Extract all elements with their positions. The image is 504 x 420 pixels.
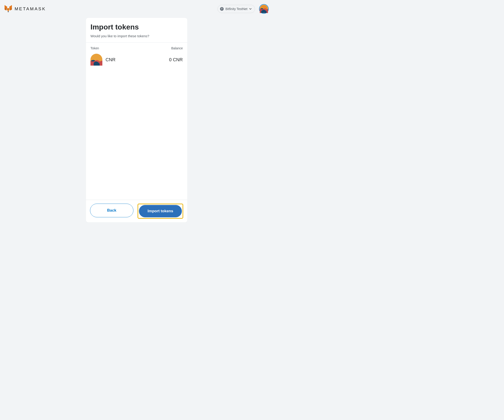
network-selector[interactable]: ? Bitfinity TestNet [217, 5, 255, 13]
col-token-label: Token [90, 46, 99, 50]
svg-marker-4 [7, 8, 10, 11]
back-button-label: Back [107, 208, 116, 213]
card-subtitle: Would you like to import these tokens? [90, 34, 183, 38]
import-button-highlight: Import tokens [138, 204, 183, 219]
card-spacer [86, 68, 187, 200]
brand-logo-group: METAMASK [4, 5, 46, 13]
question-icon: ? [220, 7, 224, 11]
token-row: CNR 0 CNR [86, 51, 187, 68]
import-tokens-card: Import tokens Would you like to import t… [86, 18, 187, 222]
chevron-down-icon [249, 7, 252, 11]
brand-name: METAMASK [15, 6, 46, 12]
import-button-label: Import tokens [148, 209, 173, 213]
header-right: ? Bitfinity TestNet [217, 4, 269, 14]
svg-point-7 [7, 9, 8, 10]
metamask-fox-icon [4, 5, 12, 13]
token-table-header: Token Balance [86, 43, 187, 51]
import-tokens-button[interactable]: Import tokens [139, 205, 182, 217]
token-symbol: CNR [106, 57, 115, 62]
token-balance: 0 CNR [169, 57, 183, 62]
card-title: Import tokens [90, 23, 183, 31]
svg-point-8 [9, 9, 10, 10]
token-cell: CNR [90, 54, 115, 66]
card-footer: Back Import tokens [86, 200, 187, 222]
account-avatar[interactable] [259, 4, 269, 14]
card-header: Import tokens Would you like to import t… [86, 18, 187, 43]
back-button[interactable]: Back [90, 204, 133, 217]
svg-rect-6 [8, 12, 9, 12]
app-header: METAMASK ? Bitfinity TestNet [0, 0, 273, 14]
network-name: Bitfinity TestNet [226, 7, 247, 11]
col-balance-label: Balance [171, 46, 183, 50]
token-icon [90, 54, 102, 66]
